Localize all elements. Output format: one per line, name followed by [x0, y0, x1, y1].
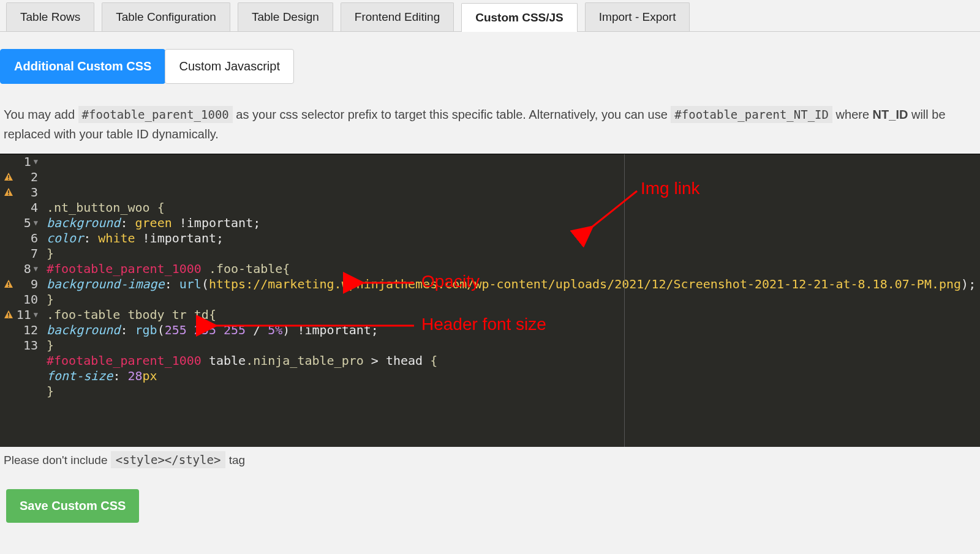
save-custom-css-button[interactable]: Save Custom CSS	[6, 489, 139, 523]
line-number: 12	[23, 323, 38, 338]
gutter-line: 1▼	[0, 154, 43, 170]
gutter-line: 8▼	[0, 261, 43, 277]
code-token: background	[47, 215, 120, 231]
sub-tab-css[interactable]: Additional Custom CSS	[0, 49, 165, 84]
code-token: ;	[968, 277, 976, 292]
code-token: }	[47, 384, 54, 399]
line-number: 13	[23, 338, 38, 353]
tab-table-rows[interactable]: Table Rows	[6, 2, 94, 31]
fold-icon[interactable]: ▼	[34, 307, 38, 323]
code-token: )	[282, 323, 290, 338]
hint-text: where	[836, 108, 873, 121]
foot-text: Please don't include	[4, 454, 111, 466]
fold-icon[interactable]: ▼	[34, 215, 38, 231]
fold-icon[interactable]: ▼	[34, 154, 38, 170]
warning-icon	[4, 187, 13, 197]
foot-code: <style></style>	[111, 451, 226, 468]
sub-tab-label: Custom Javascript	[179, 59, 280, 73]
code-token: !important	[135, 231, 216, 246]
code-token: !important	[172, 215, 253, 231]
code-token: /	[246, 323, 268, 338]
line-number: 4	[31, 200, 38, 215]
sub-tabs: Additional Custom CSS Custom Javascript	[0, 32, 980, 84]
line-number: 2	[31, 170, 38, 185]
line-number: 7	[31, 246, 38, 261]
tab-frontend-editing[interactable]: Frontend Editing	[341, 2, 454, 31]
code-token: .foo-table	[209, 261, 282, 277]
code-line[interactable]: .foo-table tbody tr td{	[47, 307, 980, 323]
code-line[interactable]: #footable_parent_1000 table.ninja_table_…	[47, 353, 980, 369]
fold-icon[interactable]: ▼	[34, 261, 38, 277]
code-token: (	[157, 323, 165, 338]
code-token: url	[179, 277, 202, 292]
hint-bold: NT_ID	[873, 108, 908, 121]
code-line[interactable]: color: white !important;	[47, 231, 980, 246]
line-number: 10	[23, 292, 38, 307]
sub-tab-js[interactable]: Custom Javascript	[165, 49, 294, 84]
code-line[interactable]: font-size: 28px	[47, 369, 980, 384]
gutter-line: 12	[0, 323, 43, 338]
code-token: ;	[371, 323, 379, 338]
code-line[interactable]: background-image: url(https://marketing.…	[47, 277, 980, 292]
line-number: 8	[24, 261, 31, 277]
editor-vertical-guide	[624, 154, 625, 447]
svg-rect-3	[8, 194, 9, 195]
code-token: :	[113, 369, 127, 384]
gutter-line: 2	[0, 170, 43, 185]
css-editor[interactable]: 1▼2345▼678▼91011▼1213 .nt_button_woo {ba…	[0, 154, 980, 447]
code-token: .nt_button_woo	[47, 200, 157, 215]
code-token: :	[120, 215, 135, 231]
tab-label: Custom CSS/JS	[475, 11, 564, 24]
tab-table-configuration[interactable]: Table Configuration	[102, 2, 230, 31]
code-token: :	[165, 277, 179, 292]
tab-table-design[interactable]: Table Design	[238, 2, 333, 31]
code-line[interactable]: .nt_button_woo {	[47, 200, 980, 215]
sub-tab-label: Additional Custom CSS	[14, 59, 151, 73]
gutter-line: 13	[0, 338, 43, 353]
code-token: }	[47, 292, 54, 307]
selector-hint: You may add #footable_parent_1000 as you…	[0, 84, 980, 154]
gutter-line: 4	[0, 200, 43, 215]
hint-text: as your css selector prefix to target th…	[236, 108, 671, 121]
code-token: {	[157, 200, 165, 215]
code-line[interactable]: }	[47, 338, 980, 353]
line-number: 1	[24, 154, 31, 170]
foot-text: tag	[229, 454, 245, 466]
code-token: font-size	[47, 369, 113, 384]
svg-rect-4	[8, 282, 9, 285]
code-token: :	[83, 231, 98, 246]
line-number: 9	[31, 277, 38, 292]
code-line[interactable]: background: green !important;	[47, 215, 980, 231]
code-line[interactable]: }	[47, 292, 980, 307]
code-token: background	[47, 323, 120, 338]
tab-label: Table Configuration	[116, 10, 216, 23]
tab-import-export[interactable]: Import - Export	[585, 2, 690, 31]
page: Table Rows Table Configuration Table Des…	[0, 0, 980, 554]
code-line[interactable]: }	[47, 384, 980, 399]
code-token: !important	[290, 323, 371, 338]
line-number: 11	[17, 307, 31, 323]
tab-label: Table Rows	[20, 10, 80, 23]
tab-custom-css-js[interactable]: Custom CSS/JS	[461, 3, 578, 32]
editor-wrap: 1▼2345▼678▼91011▼1213 .nt_button_woo {ba…	[0, 154, 980, 447]
svg-rect-1	[8, 179, 9, 180]
code-line[interactable]: }	[47, 246, 980, 261]
code-token: }	[47, 246, 54, 261]
editor-code[interactable]: .nt_button_woo {background: green !impor…	[43, 154, 980, 447]
code-token: rgb	[135, 323, 157, 338]
code-token: .ninja_table_pro	[246, 353, 364, 369]
code-token: {	[282, 261, 290, 277]
code-token: ;	[253, 215, 260, 231]
gutter-line: 9	[0, 277, 43, 292]
gutter-line: 3	[0, 185, 43, 200]
code-token: > thead	[364, 353, 430, 369]
hint-code-2: #footable_parent_NT_ID	[671, 106, 832, 123]
code-token: ;	[216, 231, 224, 246]
code-line[interactable]: #footable_parent_1000 .foo-table{	[47, 261, 980, 277]
svg-rect-0	[8, 175, 9, 178]
svg-rect-7	[8, 316, 9, 318]
code-token: 5%	[268, 323, 282, 338]
code-token: {	[430, 353, 437, 369]
warning-icon	[4, 310, 13, 320]
code-line[interactable]: background: rgb(255 255 255 / 5%) !impor…	[47, 323, 980, 338]
